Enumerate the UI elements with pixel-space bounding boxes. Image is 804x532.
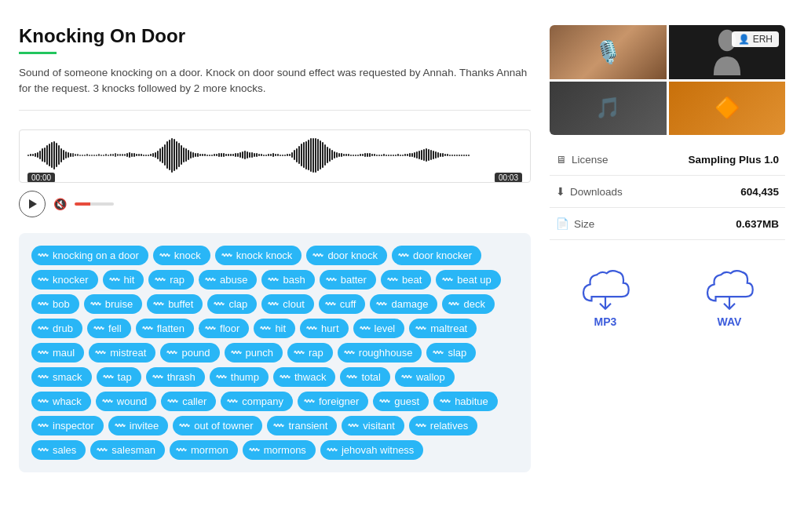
tag-item[interactable]: door knock <box>306 246 387 265</box>
tag-label: pound <box>181 347 210 359</box>
tag-item[interactable]: hit <box>254 319 295 338</box>
tag-item[interactable]: visitant <box>342 416 404 435</box>
tag-item[interactable]: knock knock <box>215 246 302 265</box>
tag-item[interactable]: guest <box>373 392 429 411</box>
tag-sound-icon <box>38 395 49 406</box>
tag-item[interactable]: buffet <box>147 294 203 314</box>
tag-item[interactable]: maltreat <box>409 319 477 338</box>
tag-item[interactable]: transient <box>267 416 337 435</box>
tag-item[interactable]: inspector <box>31 416 104 435</box>
tag-sound-icon <box>304 395 315 406</box>
size-value: 0.637MB <box>652 208 785 240</box>
tag-label: bob <box>53 298 70 310</box>
tag-item[interactable]: roughhouse <box>338 343 422 363</box>
tag-item[interactable]: bob <box>31 294 79 314</box>
tag-sound-icon <box>152 371 163 382</box>
tag-item[interactable]: jehovah witness <box>320 440 424 460</box>
tag-item[interactable]: thump <box>210 367 269 387</box>
tag-item[interactable]: drub <box>31 319 82 338</box>
tag-item[interactable]: habitue <box>433 392 498 411</box>
tag-label: knock <box>174 250 201 261</box>
tag-item[interactable]: batter <box>320 270 376 290</box>
tag-item[interactable]: clout <box>261 294 313 314</box>
tag-item[interactable]: beat <box>381 270 431 290</box>
tag-label: habitue <box>455 395 488 407</box>
tag-sound-icon <box>38 371 49 382</box>
tag-sound-icon <box>38 322 49 333</box>
tag-label: bash <box>283 274 305 286</box>
tag-label: cuff <box>340 298 356 310</box>
tag-item[interactable]: mormon <box>170 440 238 460</box>
tag-label: punch <box>246 347 273 359</box>
tag-item[interactable]: total <box>340 367 390 387</box>
tag-item[interactable]: slap <box>426 343 476 363</box>
tag-item[interactable]: whack <box>31 392 91 411</box>
tag-sound-icon <box>155 274 166 285</box>
tag-label: level <box>375 322 396 334</box>
tag-item[interactable]: fell <box>87 319 131 338</box>
tag-label: roughhouse <box>359 347 413 359</box>
wav-download-button[interactable]: WAV <box>702 265 757 328</box>
tag-sound-icon <box>153 298 164 309</box>
tag-item[interactable]: level <box>353 319 405 338</box>
tag-item[interactable]: foreigner <box>298 392 368 411</box>
tag-item[interactable]: mormons <box>243 440 316 460</box>
tag-label: drub <box>53 322 73 334</box>
tag-item[interactable]: maul <box>31 343 84 363</box>
tag-item[interactable]: salesman <box>90 440 165 460</box>
tag-sound-icon <box>103 371 114 382</box>
tag-item[interactable]: beat up <box>436 270 500 290</box>
tag-label: caller <box>182 395 206 407</box>
tag-item[interactable]: deck <box>442 294 494 314</box>
tag-label: abuse <box>220 274 247 286</box>
tag-sound-icon <box>38 250 49 261</box>
tag-item[interactable]: rap <box>148 270 194 290</box>
thumbnail-section: 🎙️ 🎵 🔶 👤 ERH <box>550 25 785 135</box>
tag-item[interactable]: wallop <box>395 367 455 387</box>
tag-item[interactable]: relatives <box>409 416 477 435</box>
tag-item[interactable]: hit <box>103 270 144 290</box>
mp3-label: MP3 <box>594 315 617 328</box>
tag-item[interactable]: out of towner <box>173 416 262 435</box>
wav-cloud-icon <box>702 265 757 312</box>
tag-item[interactable]: floor <box>199 319 249 338</box>
tag-item[interactable]: bruise <box>84 294 142 314</box>
mp3-download-button[interactable]: MP3 <box>578 265 633 328</box>
tag-item[interactable]: hurt <box>300 319 348 338</box>
tag-item[interactable]: abuse <box>199 270 257 290</box>
tag-item[interactable]: sales <box>31 440 86 460</box>
tag-item[interactable]: thwack <box>273 367 335 387</box>
tag-item[interactable]: clap <box>207 294 257 314</box>
tag-sound-icon <box>214 298 225 309</box>
tag-sound-icon <box>142 322 153 333</box>
tag-item[interactable]: damage <box>370 294 437 314</box>
tag-item[interactable]: door knocker <box>392 246 481 265</box>
tag-sound-icon <box>159 250 170 261</box>
tag-item[interactable]: company <box>221 392 293 411</box>
tag-item[interactable]: bash <box>261 270 314 290</box>
tag-item[interactable]: smack <box>31 367 92 387</box>
tag-item[interactable]: wound <box>96 392 156 411</box>
username: ERH <box>753 34 773 45</box>
tag-item[interactable]: cuff <box>319 294 366 314</box>
tag-label: bruise <box>105 298 133 310</box>
volume-slider[interactable] <box>75 202 114 206</box>
tag-item[interactable]: flatten <box>136 319 194 338</box>
tag-sound-icon <box>38 444 49 455</box>
tag-sound-icon <box>167 395 178 406</box>
tag-item[interactable]: rap <box>287 343 333 363</box>
tag-item[interactable]: mistreat <box>89 343 155 363</box>
tag-item[interactable]: knocking on a door <box>31 246 148 265</box>
tag-sound-icon <box>387 274 398 285</box>
tag-item[interactable]: punch <box>225 343 283 363</box>
play-button[interactable] <box>19 191 46 217</box>
tag-item[interactable]: knock <box>153 246 210 265</box>
tag-item[interactable]: caller <box>161 392 216 411</box>
tag-item[interactable]: invitee <box>108 416 169 435</box>
tag-sound-icon <box>440 395 451 406</box>
tag-item[interactable]: tap <box>97 367 141 387</box>
tag-item[interactable]: knocker <box>31 270 98 290</box>
tag-label: tap <box>118 371 132 383</box>
tag-item[interactable]: thrash <box>146 367 205 387</box>
tag-item[interactable]: pound <box>160 343 219 363</box>
